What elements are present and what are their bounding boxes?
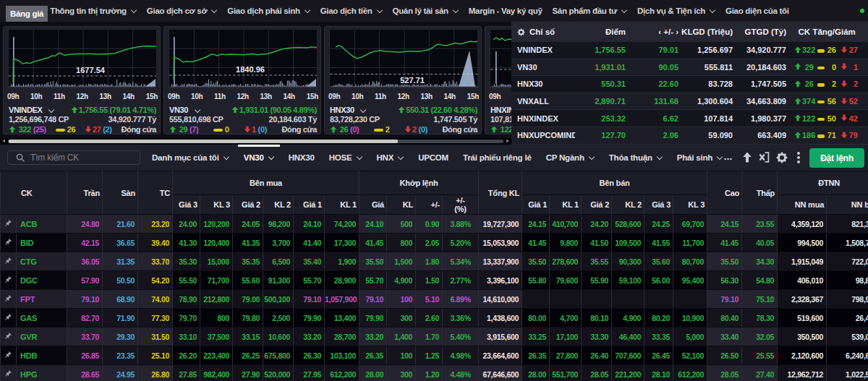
svg-text:1840.96: 1840.96 bbox=[236, 65, 265, 74]
svg-text:527.71: 527.71 bbox=[400, 76, 425, 85]
svg-text:1677.54: 1677.54 bbox=[76, 66, 106, 74]
